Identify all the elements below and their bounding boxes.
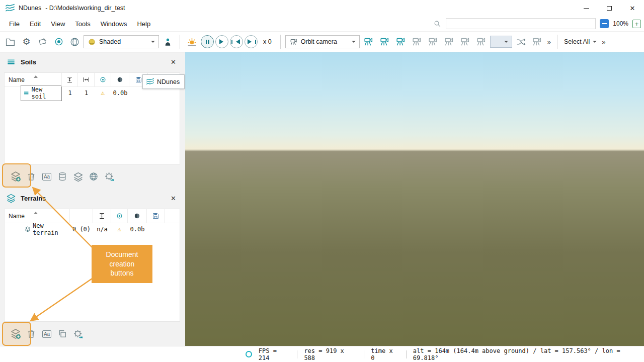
camera-icon — [379, 36, 390, 47]
settings-button[interactable]: ⚙ — [19, 34, 34, 49]
soil-database-button[interactable] — [56, 170, 69, 183]
time-scale-value: time x 0 — [371, 347, 399, 361]
open-file-button[interactable] — [3, 34, 18, 49]
soils-panel-header: Soils ✕ — [0, 52, 185, 71]
terrains-close-button[interactable]: ✕ — [171, 195, 176, 202]
sun-settings-button[interactable] — [185, 34, 199, 49]
terrain-size-value: 0.0b — [128, 226, 147, 233]
soils-icon — [6, 57, 16, 67]
walk-mode-button[interactable] — [160, 34, 175, 49]
opacity-icon — [116, 76, 124, 83]
step-back-button[interactable] — [230, 35, 243, 48]
menu-help[interactable]: Help — [132, 18, 155, 30]
camera-icon — [427, 36, 438, 47]
select-all-dropdown[interactable]: Select All — [562, 38, 599, 45]
step-forward-button[interactable] — [245, 35, 258, 48]
import-terrain-button[interactable] — [71, 327, 85, 340]
shading-mode-dropdown[interactable]: Shaded — [84, 35, 159, 48]
duplicate-soil-button[interactable] — [71, 170, 85, 183]
search-input[interactable] — [446, 18, 596, 29]
gear-sync-icon — [73, 329, 84, 339]
play-button[interactable] — [215, 35, 228, 48]
camera-icon — [459, 36, 470, 47]
terrains-table-header: Name — [5, 209, 180, 223]
terrain-row[interactable]: New terrain 0 (0) n/a ⚠ 0.0b — [5, 223, 180, 235]
terrains-icon — [6, 193, 16, 203]
camera-view-button-3[interactable] — [393, 34, 408, 49]
maximize-button[interactable] — [598, 0, 621, 16]
fit-horizontal-column-header[interactable] — [78, 73, 95, 86]
menu-edit[interactable]: Edit — [25, 18, 46, 30]
shaded-sphere-icon — [88, 38, 96, 46]
menu-windows[interactable]: Windows — [96, 18, 132, 30]
panel-layout-button[interactable] — [600, 19, 609, 28]
copy-icon — [57, 329, 67, 339]
menu-view[interactable]: View — [46, 18, 70, 30]
close-button[interactable]: ✕ — [621, 0, 644, 16]
opacity-icon — [133, 212, 141, 220]
camera-mode-dropdown[interactable]: Orbit camera — [285, 35, 360, 48]
camera-view-button-1[interactable] — [361, 34, 376, 49]
soil-row-selection[interactable]: New soil — [21, 85, 62, 101]
camera-view-button-7[interactable] — [458, 34, 472, 49]
visibility-column-header[interactable] — [95, 73, 111, 86]
rename-soil-button[interactable]: Aa — [40, 170, 53, 183]
viewport-3d[interactable] — [185, 52, 644, 346]
import-soil-button[interactable] — [103, 170, 116, 183]
camera-view-button-4[interactable] — [410, 34, 424, 49]
chevron-down-icon — [504, 41, 508, 45]
snapshot-button[interactable] — [35, 34, 50, 49]
record-icon — [54, 37, 64, 47]
fit-vertical-column-header[interactable] — [93, 209, 111, 223]
globe-button[interactable] — [67, 34, 82, 49]
camera-view-button-6[interactable] — [442, 34, 456, 49]
duplicate-terrain-button[interactable] — [56, 327, 69, 340]
menu-tools[interactable]: Tools — [70, 18, 95, 30]
terrains-name-column-header[interactable]: Name — [5, 209, 70, 223]
visibility-column-header[interactable] — [111, 209, 128, 223]
camera-icon — [443, 36, 454, 47]
floating-ndunes-tab[interactable]: NDunes — [142, 74, 185, 89]
main-content: Soils ✕ Name — [0, 52, 644, 346]
minimize-icon — [584, 8, 589, 9]
save-column-header[interactable] — [147, 209, 165, 223]
soil-link-button[interactable] — [87, 170, 100, 183]
soil-size-value: 0.0b — [111, 89, 129, 97]
opacity-column-header[interactable] — [128, 209, 147, 223]
capture-camera-button[interactable] — [530, 34, 544, 49]
fit-vertical-column-header[interactable] — [62, 73, 78, 86]
soils-close-button[interactable]: ✕ — [171, 58, 176, 66]
play-icon — [219, 39, 226, 44]
camera-preset-dropdown[interactable] — [490, 36, 512, 48]
count-column-header[interactable] — [70, 209, 93, 223]
person-icon — [163, 37, 173, 47]
chevron-down-icon — [151, 41, 155, 45]
layers-icon — [73, 171, 84, 182]
rename-terrain-button[interactable]: Aa — [40, 327, 53, 340]
opacity-column-header[interactable] — [111, 73, 129, 86]
terrains-panel-title: Terrains — [21, 195, 46, 202]
camera-view-button-5[interactable] — [426, 34, 440, 49]
camera-view-button-8[interactable] — [474, 34, 489, 49]
maximize-icon — [607, 6, 612, 11]
left-panels: Soils ✕ Name — [0, 52, 185, 346]
camera-icon — [531, 36, 542, 47]
sort-ascending-icon — [34, 73, 38, 78]
plus-icon: + — [635, 21, 639, 27]
minimize-button[interactable] — [575, 0, 598, 16]
toolbar-overflow-button[interactable]: » — [546, 38, 552, 46]
soils-name-column-header[interactable]: Name — [5, 73, 62, 86]
terrain-item-icon — [25, 226, 31, 232]
terrains-add-button-highlight — [2, 322, 31, 346]
shuffle-icon — [516, 37, 526, 47]
document-path: - D:\Models\working_dir_test — [45, 5, 125, 12]
record-button[interactable] — [51, 34, 66, 49]
zoom-in-button[interactable]: + — [632, 20, 641, 28]
camera-view-button-2[interactable] — [377, 34, 392, 49]
warning-icon: ⚠ — [101, 89, 105, 97]
save-icon — [135, 76, 142, 83]
shuffle-camera-button[interactable] — [514, 34, 528, 49]
menu-file[interactable]: File — [4, 18, 25, 30]
pause-button[interactable] — [201, 35, 214, 48]
selection-overflow-button[interactable]: » — [600, 38, 607, 46]
